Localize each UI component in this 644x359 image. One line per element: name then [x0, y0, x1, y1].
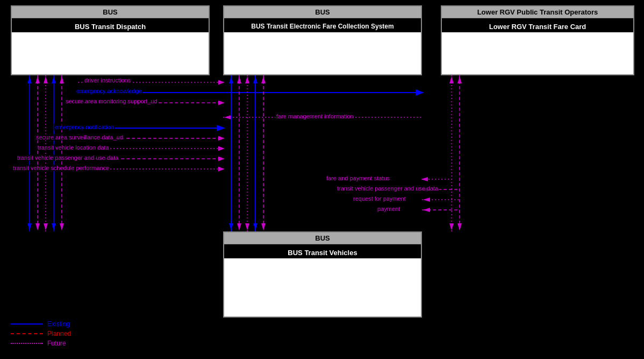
vehicles-header: BUS	[224, 233, 421, 244]
legend-existing-line	[11, 323, 43, 325]
svg-marker-51	[423, 198, 430, 202]
svg-marker-36	[237, 223, 241, 230]
svg-marker-33	[253, 76, 257, 83]
svg-marker-53	[423, 208, 430, 212]
label-driver-instructions: driver instructions	[83, 77, 132, 83]
legend-planned: Planned	[11, 330, 71, 337]
label-payment: payment	[376, 206, 401, 212]
diagram-container: BUS BUS Transit Dispatch BUS BUS Transit…	[0, 0, 644, 359]
legend-future: Future	[11, 340, 71, 347]
rgv-header: Lower RGV Public Transit Operators	[442, 6, 633, 18]
rgv-body	[442, 32, 633, 74]
svg-marker-13	[52, 223, 56, 230]
svg-marker-35	[229, 223, 233, 230]
svg-marker-9	[60, 76, 64, 83]
svg-marker-8	[52, 76, 56, 83]
svg-marker-11	[35, 223, 40, 230]
dispatch-header: BUS	[12, 6, 209, 18]
label-transit-vehicle-passenger: transit vehicle passenger and use data	[16, 154, 119, 161]
svg-marker-7	[44, 76, 48, 83]
vehicles-body	[224, 258, 421, 316]
legend: Existing Planned Future	[11, 320, 71, 349]
legend-planned-line	[11, 333, 43, 334]
legend-planned-label: Planned	[47, 330, 71, 337]
svg-marker-34	[261, 76, 266, 83]
label-transit-vehicle-location: transit vehicle location data	[37, 144, 110, 151]
legend-existing: Existing	[11, 320, 71, 328]
svg-marker-47	[421, 177, 428, 181]
box-dispatch: BUS BUS Transit Dispatch	[11, 5, 210, 75]
box-rgv: Lower RGV Public Transit Operators Lower…	[441, 5, 634, 75]
svg-marker-12	[44, 223, 48, 230]
svg-marker-44	[449, 223, 454, 230]
svg-marker-37	[245, 223, 249, 230]
svg-marker-32	[245, 76, 249, 83]
svg-marker-42	[449, 76, 454, 83]
label-emergency-acknowledge: emergency acknowledge	[75, 88, 143, 94]
label-request-for-payment: request for payment	[352, 195, 407, 202]
label-fare-payment-status: fare and payment status	[325, 175, 391, 181]
dispatch-body	[12, 32, 209, 74]
svg-marker-6	[35, 76, 40, 83]
svg-marker-43	[457, 76, 462, 83]
svg-marker-14	[60, 223, 64, 230]
svg-marker-5	[27, 76, 32, 83]
label-emergency-notification: emergency notification	[54, 124, 115, 130]
svg-marker-39	[261, 223, 266, 230]
legend-future-label: Future	[47, 340, 66, 347]
label-transit-vehicle-passenger2: transit vehicle passenger and use data	[336, 185, 439, 192]
svg-marker-31	[237, 76, 241, 83]
svg-marker-45	[457, 223, 462, 230]
label-fare-management: fare management information	[275, 113, 355, 119]
svg-marker-30	[229, 76, 233, 83]
label-transit-vehicle-schedule: transit vehicle schedule performance	[12, 165, 110, 171]
svg-marker-19	[224, 115, 231, 119]
box-fare-collection: BUS BUS Transit Electronic Fare Collecti…	[223, 5, 422, 75]
svg-marker-10	[27, 223, 32, 230]
box-vehicles: BUS BUS Transit Vehicles	[223, 231, 422, 318]
label-secure-area-surveillance: secure area surveillance data_ud	[35, 134, 124, 140]
fare-header: BUS	[224, 6, 421, 18]
legend-existing-label: Existing	[47, 320, 70, 328]
legend-future-line	[11, 343, 43, 344]
svg-marker-38	[253, 223, 257, 230]
fare-body	[224, 32, 421, 74]
label-secure-area-monitoring: secure area monitoring support_ud	[65, 98, 159, 104]
